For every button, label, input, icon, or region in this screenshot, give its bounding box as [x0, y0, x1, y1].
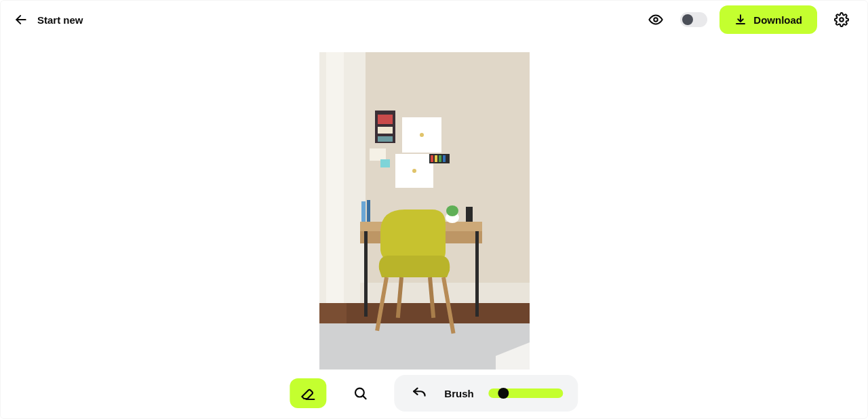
top-right-controls: Download [644, 5, 854, 34]
svg-point-1 [654, 18, 658, 22]
brush-size-slider[interactable] [489, 388, 564, 398]
svg-rect-28 [380, 159, 390, 167]
svg-rect-23 [378, 127, 393, 134]
svg-point-2 [840, 18, 844, 22]
brush-panel: Brush [394, 375, 578, 412]
arrow-left-icon [14, 13, 28, 26]
undo-button[interactable] [409, 383, 429, 403]
svg-point-19 [446, 205, 458, 216]
svg-rect-20 [466, 207, 473, 222]
eraser-tool-button[interactable] [290, 378, 326, 408]
svg-rect-22 [378, 115, 393, 124]
undo-icon [412, 386, 427, 401]
svg-rect-14 [475, 231, 479, 317]
preview-button[interactable] [644, 7, 668, 32]
settings-button[interactable] [829, 7, 854, 32]
app-root: Start new Download [0, 0, 868, 419]
top-bar: Start new Download [1, 1, 867, 39]
svg-rect-24 [378, 136, 393, 142]
svg-rect-27 [370, 148, 386, 161]
svg-point-26 [420, 133, 424, 137]
svg-point-30 [412, 169, 416, 173]
download-label: Download [753, 14, 802, 26]
svg-rect-13 [364, 231, 368, 317]
bottom-toolbar: Brush [290, 375, 578, 412]
download-icon [734, 14, 747, 26]
eraser-icon [300, 385, 316, 401]
zoom-tool-button[interactable] [348, 381, 372, 405]
svg-rect-35 [443, 155, 446, 162]
svg-rect-16 [361, 201, 366, 222]
eye-icon [648, 12, 663, 27]
gear-icon [834, 12, 849, 27]
slider-thumb[interactable] [498, 388, 509, 399]
start-new-button[interactable]: Start new [14, 13, 83, 26]
start-new-label: Start new [37, 14, 83, 26]
magnifier-icon [353, 386, 368, 401]
svg-rect-17 [367, 200, 370, 222]
svg-line-42 [363, 396, 366, 399]
image-canvas[interactable] [319, 52, 530, 370]
compare-toggle[interactable] [680, 12, 707, 27]
svg-rect-32 [431, 155, 433, 162]
svg-rect-33 [435, 155, 437, 162]
loaded-image [319, 52, 530, 370]
svg-rect-34 [439, 155, 441, 162]
download-button[interactable]: Download [719, 5, 817, 34]
brush-label: Brush [444, 388, 473, 399]
